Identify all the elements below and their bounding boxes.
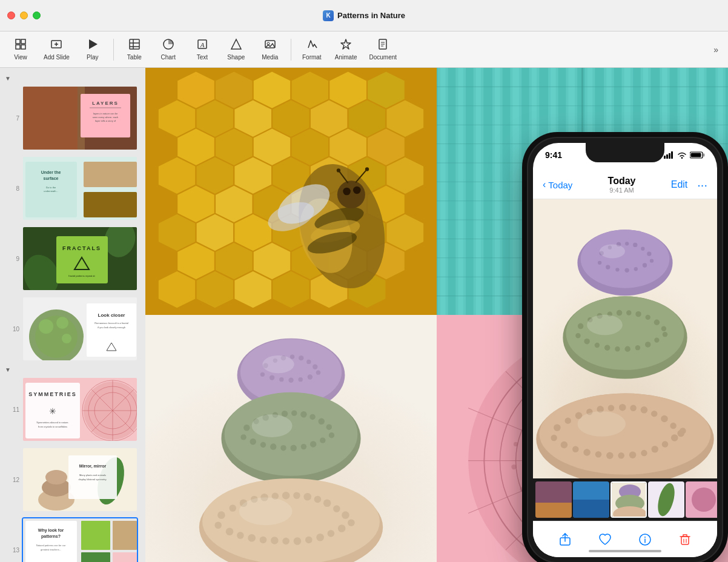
svg-point-234 (240, 434, 246, 440)
slide-number-7: 7 (5, 115, 19, 122)
slide-number-9: 9 (5, 256, 19, 262)
svg-point-352 (645, 342, 650, 347)
svg-rect-3 (21, 45, 25, 49)
svg-point-211 (299, 355, 303, 360)
toolbar-table[interactable]: Table (119, 36, 150, 63)
svg-point-262 (237, 532, 244, 539)
photo-thumb-3[interactable] (611, 481, 647, 518)
slide-thumbnail-7[interactable]: LAYERS layers in nature can be seen ever… (22, 85, 138, 151)
iphone-device: 9:41 (522, 102, 728, 562)
info-button[interactable] (638, 533, 652, 546)
document-icon (377, 38, 389, 52)
favorite-button[interactable] (598, 533, 612, 546)
slide-cell-urchins (145, 315, 437, 562)
media-icon (264, 38, 276, 52)
svg-point-258 (333, 505, 340, 512)
toolbar-more-button[interactable]: » (709, 42, 723, 57)
svg-point-349 (615, 346, 620, 351)
svg-text:patterns?: patterns? (41, 534, 61, 539)
svg-point-359 (564, 417, 571, 423)
svg-point-371 (551, 435, 557, 441)
svg-rect-76 (68, 455, 117, 499)
svg-point-267 (294, 537, 302, 545)
text-icon: A (196, 38, 208, 52)
toolbar-format[interactable]: Format (296, 36, 328, 63)
svg-point-377 (618, 452, 624, 458)
photos-back-button[interactable]: ‹ Today (543, 179, 572, 190)
toolbar-animate[interactable]: Animate (330, 36, 362, 63)
photo-thumb-5[interactable] (686, 481, 717, 518)
svg-rect-313 (691, 153, 701, 157)
minimize-button[interactable] (20, 12, 28, 19)
svg-point-265 (271, 537, 279, 544)
svg-point-401 (644, 537, 646, 538)
svg-point-239 (290, 445, 296, 451)
svg-point-323 (641, 247, 644, 251)
slide-thumbnail-11[interactable]: SYMMETRIES ✳ Symmetries abound in nature… (22, 377, 138, 442)
close-button[interactable] (7, 12, 15, 19)
svg-point-365 (630, 405, 636, 411)
svg-rect-38 (84, 192, 137, 217)
svg-point-331 (650, 259, 654, 262)
photos-nav-right: Edit ··· (671, 178, 707, 192)
svg-point-317 (581, 230, 670, 288)
slide-thumbnail-10[interactable]: Look closer Romanesco broccoli is a frac… (22, 296, 138, 362)
maximize-button[interactable] (33, 12, 41, 19)
svg-point-372 (561, 441, 568, 449)
svg-point-379 (641, 450, 647, 456)
svg-point-375 (595, 451, 601, 457)
toolbar-separator-2 (291, 39, 291, 61)
svg-point-303 (511, 464, 516, 469)
slide-thumbnail-12[interactable]: Mirror, mirror Many plants and animals d… (22, 447, 138, 512)
svg-point-269 (316, 534, 324, 541)
photos-more-button[interactable]: ··· (697, 178, 707, 192)
share-button[interactable] (558, 533, 572, 546)
toolbar-chart[interactable]: Chart (153, 36, 184, 63)
svg-point-228 (282, 411, 288, 417)
photos-date: Today (608, 176, 636, 187)
battery-icon (690, 151, 705, 159)
svg-text:Mirror, mirror: Mirror, mirror (79, 464, 107, 469)
svg-point-347 (595, 343, 600, 348)
toolbar-text[interactable]: A Text (187, 36, 218, 63)
slide-row-10: 10 Look closer Romanesco broccoli is a f… (0, 294, 145, 364)
photo-thumb-2[interactable] (573, 481, 609, 518)
toolbar-view[interactable]: View (5, 36, 36, 63)
photos-time: 9:41 AM (608, 187, 636, 194)
svg-rect-162 (476, 68, 481, 315)
svg-rect-23 (23, 87, 78, 151)
svg-point-355 (587, 315, 623, 336)
photo-thumb-1[interactable] (535, 481, 572, 518)
svg-point-237 (270, 443, 276, 449)
svg-point-266 (282, 538, 290, 545)
svg-point-219 (308, 374, 313, 379)
wifi-icon (677, 151, 687, 159)
slide-thumbnail-8[interactable]: Under the surface Go to the underneath..… (22, 156, 138, 221)
toolbar-media[interactable]: Media (254, 36, 286, 63)
slide-thumbnail-13[interactable]: Why look for patterns? Natural patterns … (22, 517, 138, 562)
add-slide-icon (50, 38, 62, 52)
svg-rect-0 (16, 39, 20, 44)
toolbar-document[interactable]: Document (365, 36, 402, 63)
svg-point-273 (239, 497, 293, 525)
svg-point-397 (692, 488, 716, 512)
delete-button[interactable] (678, 533, 692, 546)
svg-point-382 (671, 434, 678, 441)
toolbar-play[interactable]: Play (77, 36, 108, 63)
svg-point-212 (306, 360, 311, 364)
canvas-area: 9:41 (145, 68, 728, 562)
svg-rect-308 (666, 154, 668, 159)
photos-edit-button[interactable]: Edit (671, 179, 688, 190)
toolbar-shape[interactable]: Shape (220, 36, 252, 63)
slide-panel: ▼ 7 LAYERS layers in nature can be seen … (0, 68, 145, 562)
svg-point-243 (329, 432, 334, 438)
toolbar: View Add Slide Play Table Chart A Text (0, 31, 728, 68)
slide-row-9: 9 FRACTALS fractal patterns repeat at (0, 223, 145, 294)
svg-point-384 (577, 411, 626, 437)
svg-point-242 (320, 437, 325, 443)
toolbar-add-slide[interactable]: Add Slide (39, 36, 74, 63)
svg-point-327 (615, 268, 619, 271)
svg-rect-387 (535, 481, 572, 503)
photo-thumb-4[interactable] (648, 481, 684, 518)
slide-thumbnail-9[interactable]: FRACTALS fractal patterns repeat at (22, 226, 138, 291)
